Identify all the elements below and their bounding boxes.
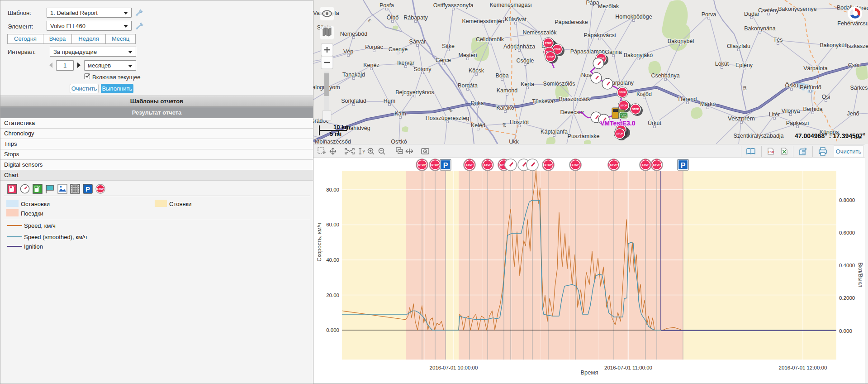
svg-text:Molnaszecsőd: Molnaszecsőd: [315, 139, 351, 144]
svg-text:Bakonycsernye: Bakonycsernye: [778, 6, 817, 12]
svg-text:Sárkes: Sárkes: [850, 85, 868, 91]
svg-text:STOP: STOP: [642, 163, 650, 166]
svg-text:Скорость, км/ч: Скорость, км/ч: [316, 223, 323, 262]
svg-text:Mesteri: Mesteri: [459, 52, 477, 58]
svg-text:nahídvég: nahídvég: [347, 125, 370, 131]
svg-text:Bakonyjákó: Bakonyjákó: [624, 52, 653, 58]
svg-text:82: 82: [742, 86, 747, 91]
svg-text:60.00: 60.00: [326, 222, 339, 227]
svg-text:Öskü: Öskü: [785, 82, 798, 89]
svg-text:Csögle: Csögle: [517, 58, 534, 64]
svg-text:Káptalanfa: Káptalanfa: [541, 129, 568, 135]
svg-text:Csetény: Csetény: [758, 7, 779, 14]
svg-text:0.8000: 0.8000: [839, 197, 855, 203]
svg-text:Ikervár: Ikervár: [397, 60, 414, 66]
svg-text:Hosztót: Hosztót: [510, 119, 529, 125]
svg-text:Papkeszi: Papkeszi: [786, 120, 809, 126]
svg-text:Olaszfalu: Olaszfalu: [727, 43, 750, 49]
svg-text:2016-07-01 12:00:00: 2016-07-01 12:00:00: [779, 365, 827, 370]
svg-text:Celldömölk: Celldömölk: [476, 36, 504, 43]
svg-text:Homokbödöge: Homokbödöge: [615, 14, 652, 20]
svg-text:Csór: Csór: [848, 62, 860, 68]
svg-text:Pusztamiske: Pusztamiske: [568, 133, 600, 139]
svg-text:Kamond: Kamond: [497, 87, 518, 94]
svg-text:PDF: PDF: [768, 150, 775, 154]
svg-text:Karakó: Karakó: [496, 105, 514, 111]
svg-text:Tüskevár: Tüskevár: [532, 98, 555, 105]
svg-text:0.000: 0.000: [839, 328, 852, 334]
svg-text:STOP: STOP: [620, 104, 627, 107]
svg-text:Boba: Boba: [495, 72, 508, 79]
svg-text:Jenő: Jenő: [847, 110, 859, 117]
svg-text:0.6000: 0.6000: [839, 230, 855, 235]
svg-text:40.00: 40.00: [326, 257, 339, 263]
svg-text:2016-07-01 10:00:00: 2016-07-01 10:00:00: [430, 365, 478, 370]
svg-text:Hosszúpereszteg: Hosszúpereszteg: [426, 115, 470, 121]
svg-text:84: 84: [502, 123, 507, 128]
svg-text:Csehbánya: Csehbánya: [651, 72, 679, 79]
svg-text:Adorjánháza: Adorjánháza: [503, 43, 535, 50]
svg-text:Litér: Litér: [769, 111, 780, 118]
svg-text:Rum: Rum: [384, 98, 395, 104]
svg-text:Borszörcsök: Borszörcsök: [559, 96, 591, 102]
svg-text:Bakonybél: Bakonybél: [668, 38, 694, 44]
svg-text:STOP: STOP: [572, 163, 579, 166]
svg-text:STOP: STOP: [547, 55, 554, 58]
svg-text:10 km: 10 km: [333, 124, 350, 130]
svg-text:Duka: Duka: [470, 100, 484, 106]
svg-text:Somlószőlős: Somlószőlős: [543, 81, 575, 87]
svg-text:Pápadereske: Pápadereske: [555, 19, 588, 25]
svg-text:STOP: STOP: [432, 163, 439, 166]
svg-text:STOP: STOP: [545, 163, 552, 166]
svg-text:Kemenessömjén: Kemenessömjén: [462, 18, 504, 24]
svg-text:Iszkasze: Iszkasze: [847, 43, 868, 49]
svg-text:STOP: STOP: [97, 187, 104, 190]
svg-text:Porva: Porva: [702, 11, 716, 18]
svg-text:Y: Y: [362, 149, 365, 154]
svg-text:Veszprém: Veszprém: [728, 115, 755, 122]
svg-text:80.00: 80.00: [326, 187, 339, 192]
svg-text:Köcsk: Köcsk: [469, 67, 484, 74]
svg-text:Mezőlak: Mezőlak: [598, 3, 619, 10]
svg-text:Sitke: Sitke: [442, 43, 455, 49]
svg-text:Kám: Kám: [394, 110, 406, 117]
svg-text:Lókút: Lókút: [715, 61, 729, 67]
svg-text:STOP: STOP: [418, 163, 426, 166]
svg-text:STOP: STOP: [554, 48, 560, 51]
svg-text:Tés: Tés: [773, 37, 783, 43]
svg-text:Szentkirályszabadja: Szentkirályszabadja: [733, 133, 783, 139]
svg-text:Posfa: Posfa: [379, 2, 394, 9]
svg-text:STOP: STOP: [466, 163, 474, 166]
svg-text:Kislőd: Kislőd: [636, 91, 652, 97]
svg-text:Dudar: Dudar: [744, 11, 759, 17]
svg-text:STOP: STOP: [619, 91, 626, 94]
svg-text:P: P: [681, 162, 686, 169]
svg-text:Sótony: Sótony: [414, 66, 432, 72]
svg-text:Kemenesmagasi: Kemenesmagasi: [489, 2, 531, 8]
svg-text:VMTestE3.0: VMTestE3.0: [600, 120, 636, 127]
svg-text:STOP: STOP: [653, 163, 661, 166]
svg-text:Rábapaty: Rábapaty: [403, 14, 428, 21]
svg-text:Nemesszalók: Nemesszalók: [522, 29, 557, 36]
svg-text:Kerta: Kerta: [521, 81, 534, 87]
svg-text:STOP: STOP: [632, 108, 639, 110]
svg-text:Berhida: Berhida: [803, 106, 822, 112]
svg-text:STOP: STOP: [484, 163, 492, 166]
svg-text:Время: Время: [580, 369, 598, 376]
svg-text:20.00: 20.00: [326, 293, 339, 298]
svg-text:Várpalota: Várpalota: [803, 65, 828, 72]
svg-text:FH460: FH460: [621, 116, 627, 118]
svg-text:Pétfürdő: Pétfürdő: [800, 84, 821, 91]
svg-text:Vilonya: Vilonya: [782, 108, 800, 114]
svg-text:0.4000: 0.4000: [839, 263, 855, 268]
svg-text:Tanakajd: Tanakajd: [342, 72, 365, 78]
svg-text:P: P: [85, 185, 90, 193]
svg-text:Herend: Herend: [678, 96, 697, 102]
svg-text:Csenye: Csenye: [389, 46, 408, 53]
svg-text:Sorkifalud: Sorkifalud: [341, 98, 366, 104]
svg-text:0.000: 0.000: [326, 327, 339, 333]
svg-text:Ganna: Ganna: [605, 49, 622, 55]
svg-text:47.004968° : 17.394507°: 47.004968° : 17.394507°: [795, 132, 865, 139]
svg-text:Ösi: Ösi: [822, 94, 830, 100]
svg-text:Keléd: Keléd: [471, 122, 485, 129]
